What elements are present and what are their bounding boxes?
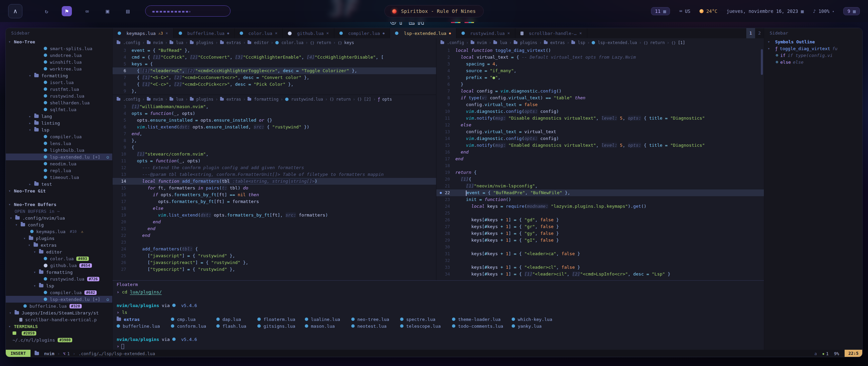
code-line[interactable]: 10 [1]"stevearc/conform.nvim", xyxy=(113,151,436,158)
symbol-item[interactable]: ⊙elseelse xyxy=(764,59,862,65)
code-line[interactable]: 6 { [1]"<leader>uC", [2]"<cmd>CccHighlig… xyxy=(113,67,436,74)
code-line[interactable]: 6 vim.list_extend(dst: opts.ensure_insta… xyxy=(113,124,436,130)
breadcrumb[interactable]: .config›nvim›lua›plugins›extras›lsp›lsp-… xyxy=(436,38,764,47)
tab-github-lua[interactable]: github.lua× xyxy=(283,28,334,38)
code-line[interactable]: 30 xyxy=(436,244,764,250)
code-line[interactable]: 23 xyxy=(113,239,436,246)
neotree-section-header[interactable]: ▾TERMINALS xyxy=(6,323,112,330)
tree-item[interactable]: sqlfmt.lua xyxy=(6,106,112,113)
code-line[interactable]: 19return { xyxy=(436,169,764,176)
code-line[interactable]: 15 for ft, formatters in pairs(t: tbl) d… xyxy=(113,185,436,191)
code-line[interactable]: 18 xyxy=(436,162,764,169)
code-line[interactable]: 9{ xyxy=(113,144,436,151)
keyboard-layout[interactable]: ⌨ US xyxy=(679,8,690,14)
tree-item[interactable]: ▾formatting xyxy=(6,269,112,276)
neotree-section-header[interactable]: ▾Neo-Tree Git xyxy=(6,187,112,194)
tab-compiler-lua[interactable]: compiler.lua● xyxy=(334,28,390,38)
code-line[interactable]: 4opts = function(_, opts) xyxy=(113,110,436,117)
tree-item[interactable]: compiler.lua xyxy=(6,133,112,140)
code-line[interactable]: 14 local function add_formatters(tbl :ta… xyxy=(113,178,436,185)
code-line[interactable]: 34 keys[#keys + 1] = { [1]"<leader>cil",… xyxy=(436,271,764,278)
code-line[interactable]: 32 xyxy=(436,257,764,264)
code-line[interactable]: 25 ["javascript"] = { "rustywind" }, xyxy=(113,252,436,259)
tree-item[interactable]: worktree.lua xyxy=(6,65,112,72)
code-line[interactable]: 26 keys[#keys + 1] = { "gd", false } xyxy=(436,217,764,223)
close-icon[interactable]: × xyxy=(508,31,510,36)
code-line[interactable]: 16 end xyxy=(436,149,764,156)
tab-scrollbar-handle-[interactable]: scrollbar-handle-…× xyxy=(515,28,587,38)
pane-bottom-left[interactable]: .config›nvim›lua›plugins›extras›formatti… xyxy=(113,95,436,273)
code-line[interactable]: 17 opts.formatters_by_ft[ft] = formatter… xyxy=(113,198,436,205)
tree-item[interactable]: ▾Juegos/Indies/SteamLibrary/st xyxy=(6,309,112,316)
notes-icon[interactable]: ▤ xyxy=(123,6,133,16)
code-line[interactable]: 8}, xyxy=(113,137,436,144)
music-widget[interactable]: Spiritbox - Rule Of Nines xyxy=(384,5,484,17)
code-line[interactable]: 17end xyxy=(436,156,764,162)
code-line[interactable]: 5 prefix = "●", xyxy=(436,74,764,81)
breadcrumb[interactable]: .config›nvim›lua›plugins›extras›formatti… xyxy=(113,95,436,103)
tree-item[interactable]: ▾.config/nvim/lua xyxy=(6,215,112,221)
code-line[interactable]: 11 opts = function(_, opts) xyxy=(113,158,436,164)
tree-item[interactable]: ▸linting xyxy=(6,120,112,126)
code-line[interactable]: 10 vim.diagnostic.config(opts: config) xyxy=(436,108,764,115)
tree-item[interactable]: smart-splits.lua xyxy=(6,45,112,52)
code-line[interactable]: 4 source = "if_many", xyxy=(436,67,764,74)
tree-item[interactable]: scrollbar-handle-vertical.p xyxy=(6,316,112,323)
code-line[interactable]: 33 keys[#keys + 1] = { "<leader>cl", fal… xyxy=(436,264,764,271)
tree-item[interactable]: keymaps.lua#10⚠ xyxy=(6,228,112,235)
code-line[interactable]: 20 [1]{ xyxy=(436,176,764,183)
tree-item[interactable]: OPEN BUFFERS in ~ xyxy=(6,208,112,215)
tree-item[interactable]: ▾plugins xyxy=(6,235,112,242)
tree-item[interactable]: ▾config xyxy=(6,221,112,228)
code-line[interactable]: 13 ---@param tbl table<string, conform.F… xyxy=(113,171,436,178)
code-line[interactable]: 16 if opts.formatters_by_ft[ft] == nil t… xyxy=(113,191,436,198)
tree-item[interactable]: undotree.lua xyxy=(6,52,112,59)
code-line[interactable]: 7end, xyxy=(113,130,436,137)
code-line[interactable]: 9}, xyxy=(113,88,436,95)
code-line[interactable]: 5 opts.ensure_installed = opts.ensure_in… xyxy=(113,117,436,124)
tree-item[interactable]: repl.lua xyxy=(6,167,112,174)
code-line[interactable]: 18 else xyxy=(113,205,436,212)
code-line[interactable]: 9 config.virtual_text = false xyxy=(436,101,764,108)
close-icon[interactable]: × xyxy=(579,31,582,36)
tab-color-lua[interactable]: color.lua× xyxy=(235,28,283,38)
code-line[interactable]: 25 xyxy=(436,210,764,217)
code-line[interactable]: 5keys = { xyxy=(113,61,436,67)
launcher-button[interactable]: ∧ xyxy=(8,4,22,18)
link-icon[interactable]: ∞ xyxy=(82,6,92,16)
tree-item[interactable]: ▾editor xyxy=(6,248,112,255)
tree-item[interactable]: lens.lua xyxy=(6,140,112,147)
tree-item[interactable]: rustywind.lua xyxy=(6,93,112,99)
code-line[interactable]: 7 { [1]"<S-C>", [2]"<cmd>CccConvert<cr>"… xyxy=(113,74,436,81)
code-line[interactable]: 13 config.virtual_text = virtual_text xyxy=(436,128,764,135)
tree-item[interactable]: #2859 xyxy=(6,330,112,337)
power-icon[interactable]: ↻ xyxy=(41,6,52,16)
tree-item[interactable]: ▾lsp xyxy=(6,282,112,289)
scrollbar[interactable] xyxy=(761,49,763,75)
tree-item[interactable]: ▾formatting xyxy=(6,72,112,79)
code-line[interactable]: 19 vim.list_extend(dst: opts.formatters_… xyxy=(113,212,436,219)
code-line[interactable]: 20 end xyxy=(113,219,436,225)
tree-item[interactable]: lightbulb.lua xyxy=(6,147,112,154)
code-line[interactable]: 8 { [1]"<C-c>", [2]"<cmd>CccPick<cr>", d… xyxy=(113,81,436,88)
close-icon[interactable]: × xyxy=(275,31,277,36)
code-line[interactable]: 11 vim.notify(msg: "Disable diagnostics … xyxy=(436,115,764,122)
tree-item[interactable]: rustywind.lua#726 xyxy=(6,276,112,282)
tree-item[interactable]: timeout.lua xyxy=(6,174,112,181)
clock-date[interactable]: jueves, noviembre 16, 2023 ▦ xyxy=(727,8,804,14)
flag-icon[interactable]: ⚑ xyxy=(62,6,72,16)
code-line[interactable]: 23 init = function() xyxy=(436,196,764,203)
code-line[interactable]: 24 add_formatters(tbl: { xyxy=(113,246,436,252)
code-line[interactable]: 3 spacing = 4, xyxy=(436,61,764,67)
tree-item[interactable]: ▾extras xyxy=(6,242,112,248)
code-line[interactable]: 14 vim.diagnostic.config(opts: config) xyxy=(436,135,764,142)
code-line[interactable]: 8 if type(v: config.virtual_text) == "ta… xyxy=(436,95,764,101)
tree-item[interactable]: github.lua#654 xyxy=(6,262,112,269)
code-line[interactable]: 15 vim.notify(msg: "Enabled diagnostics … xyxy=(436,142,764,149)
tree-item[interactable]: lsp-extended.lu[+]○ xyxy=(6,296,112,303)
tree-item[interactable]: neodim.lua xyxy=(6,160,112,167)
symbol-item[interactable]: ▾ƒtoggle_diag_virtextfu xyxy=(764,45,862,52)
tree-item[interactable]: ▸test xyxy=(6,181,112,187)
tree-item[interactable]: bufferline.lua#328 xyxy=(6,303,112,309)
code-line[interactable]: 31 keys[#keys + 1] = { "<leader>ca", fal… xyxy=(436,250,764,257)
